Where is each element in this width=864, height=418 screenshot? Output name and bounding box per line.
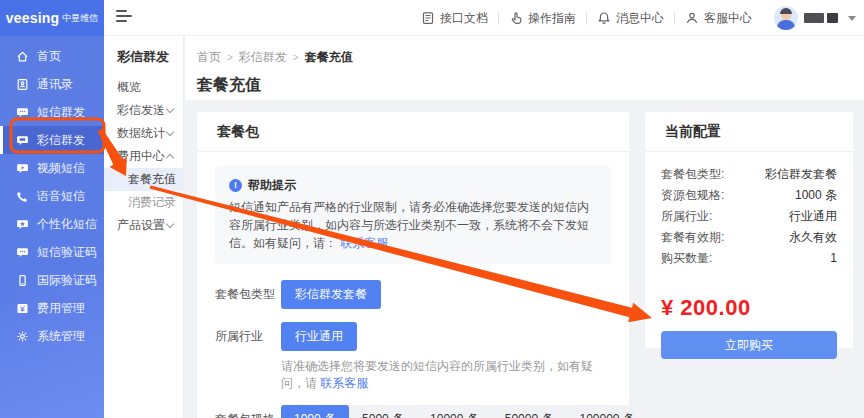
brand-logo[interactable]: veesing 中昱维信 bbox=[0, 0, 104, 36]
chevron-up-icon bbox=[166, 154, 174, 162]
brand-name: veesing bbox=[6, 10, 60, 26]
bell-icon bbox=[597, 11, 611, 25]
guide-label: 操作指南 bbox=[528, 10, 576, 27]
top-header: veesing 中昱维信 接口文档 操作指南 消息中心 客服中心 bbox=[0, 0, 864, 36]
secondary-sidebar-title: 彩信群发 bbox=[104, 36, 183, 76]
breadcrumb-home[interactable]: 首页 bbox=[197, 49, 221, 66]
package-form: 套餐包类型 彩信群发套餐 所属行业 行业通用 请准确选择您将要发送的短信内容的所… bbox=[197, 280, 629, 418]
config-row-validity: 套餐有效期:永久有效 bbox=[661, 227, 837, 248]
main-area: 首页 > 彩信群发 > 套餐充值 套餐充值 套餐包 ! 帮助提示 短信通知产品有… bbox=[185, 36, 864, 418]
submenu-item-data-stats[interactable]: 数据统计 bbox=[104, 122, 183, 145]
help-notice-text: 短信通知产品有严格的行业限制，请务必准确选择您要发送的短信内容所属行业类别，如内… bbox=[229, 198, 597, 252]
industry-label: 所属行业 bbox=[215, 322, 281, 351]
sms-bulk-icon bbox=[16, 106, 29, 119]
chevron-down-icon bbox=[166, 220, 174, 228]
sidebar-item-mms-bulk[interactable]: 彩信群发 bbox=[0, 126, 104, 154]
sidebar-item-contacts[interactable]: 通讯录 bbox=[0, 70, 104, 98]
sidebar-item-video-sms[interactable]: 视频短信 bbox=[0, 154, 104, 182]
secondary-sidebar: 彩信群发 概览 彩信发送 数据统计 费用中心 套餐充值 消费记录 产品设置 bbox=[104, 36, 184, 418]
sidebar-item-sms-code[interactable]: 短信验证码 bbox=[0, 238, 104, 266]
mms-bulk-icon bbox=[16, 134, 29, 147]
spec-option-100000[interactable]: 100000 条 bbox=[566, 405, 647, 418]
spec-option-50000[interactable]: 50000 条 bbox=[492, 405, 567, 418]
help-notice-title: 帮助提示 bbox=[248, 176, 296, 194]
config-row-industry: 所属行业:行业通用 bbox=[661, 206, 837, 227]
guide-hand-icon bbox=[509, 11, 523, 25]
user-avatar[interactable] bbox=[774, 6, 798, 30]
sms-code-icon bbox=[16, 246, 29, 259]
buy-now-button[interactable]: 立即购买 bbox=[661, 331, 837, 359]
brand-suffix: 中昱维信 bbox=[62, 12, 98, 25]
spec-label: 套餐包规格 bbox=[215, 405, 281, 418]
content-area: 套餐包 ! 帮助提示 短信通知产品有严格的行业限制，请务必准确选择您要发送的短信… bbox=[185, 100, 864, 418]
contact-support-link[interactable]: 联系客服 bbox=[320, 376, 368, 390]
message-center-button[interactable]: 消息中心 bbox=[587, 10, 674, 27]
submenu-item-overview[interactable]: 概览 bbox=[104, 76, 183, 99]
api-docs-button[interactable]: 接口文档 bbox=[411, 10, 498, 27]
config-row-type: 套餐包类型:彩信群发套餐 bbox=[661, 164, 837, 185]
sidebar-item-billing[interactable]: 费用管理 bbox=[0, 294, 104, 322]
submenu-item-consumption-records[interactable]: 消费记录 bbox=[104, 191, 183, 214]
package-type-label: 套餐包类型 bbox=[215, 280, 281, 309]
package-card-title: 套餐包 bbox=[197, 112, 629, 152]
page-title: 套餐充值 bbox=[197, 75, 848, 96]
spec-options: 1000 条 5000 条 10000 条 50000 条 100000 条 2… bbox=[281, 405, 648, 418]
spec-option-1000[interactable]: 1000 条 bbox=[281, 405, 349, 418]
spec-option-5000[interactable]: 5000 条 bbox=[349, 405, 417, 418]
personalized-sms-icon bbox=[16, 218, 29, 231]
app-window: veesing 中昱维信 接口文档 操作指南 消息中心 客服中心 bbox=[0, 0, 864, 418]
config-row-quantity: 购买数量:1 bbox=[661, 248, 837, 269]
submenu-item-cost-center[interactable]: 费用中心 bbox=[104, 145, 183, 168]
home-icon bbox=[16, 50, 29, 63]
info-icon: ! bbox=[229, 179, 242, 192]
submenu-item-product-settings[interactable]: 产品设置 bbox=[104, 214, 183, 237]
breadcrumb-mms[interactable]: 彩信群发 bbox=[239, 49, 287, 66]
submenu-item-package-recharge[interactable]: 套餐充值 bbox=[104, 168, 183, 191]
current-config-card: 当前配置 套餐包类型:彩信群发套餐 资源包规格:1000 条 所属行业:行业通用… bbox=[645, 112, 853, 348]
contacts-icon bbox=[16, 78, 29, 91]
breadcrumb: 首页 > 彩信群发 > 套餐充值 bbox=[197, 49, 848, 66]
industry-option[interactable]: 行业通用 bbox=[281, 322, 357, 351]
user-menu-caret-icon[interactable] bbox=[848, 16, 856, 21]
breadcrumb-separator: > bbox=[293, 52, 299, 63]
api-doc-icon bbox=[421, 11, 435, 25]
config-row-spec: 资源包规格:1000 条 bbox=[661, 185, 837, 206]
settings-icon bbox=[16, 330, 29, 343]
support-center-button[interactable]: 客服中心 bbox=[675, 10, 762, 27]
sidebar-item-home[interactable]: 首页 bbox=[0, 42, 104, 70]
package-type-option[interactable]: 彩信群发套餐 bbox=[281, 280, 381, 309]
billing-icon bbox=[16, 302, 29, 315]
config-card-title: 当前配置 bbox=[645, 112, 853, 152]
header-actions: 接口文档 操作指南 消息中心 客服中心 bbox=[411, 0, 856, 36]
total-price: ¥ 200.00 bbox=[661, 295, 837, 321]
guide-button[interactable]: 操作指南 bbox=[499, 10, 586, 27]
package-card: 套餐包 ! 帮助提示 短信通知产品有严格的行业限制，请务必准确选择您要发送的短信… bbox=[197, 112, 629, 418]
user-name-redacted bbox=[804, 13, 838, 23]
breadcrumb-separator: > bbox=[227, 52, 233, 63]
help-notice: ! 帮助提示 短信通知产品有严格的行业限制，请务必准确选择您要发送的短信内容所属… bbox=[215, 166, 611, 264]
sidebar-item-personalized-sms[interactable]: 个性化短信 bbox=[0, 210, 104, 238]
sidebar-item-intl-code[interactable]: 国际验证码 bbox=[0, 266, 104, 294]
intl-code-icon bbox=[16, 274, 29, 287]
api-docs-label: 接口文档 bbox=[440, 10, 488, 27]
message-center-label: 消息中心 bbox=[616, 10, 664, 27]
sidebar-item-settings[interactable]: 系统管理 bbox=[0, 322, 104, 350]
submenu-item-mms-send[interactable]: 彩信发送 bbox=[104, 99, 183, 122]
video-sms-icon bbox=[16, 162, 29, 175]
sidebar-item-sms-bulk[interactable]: 短信群发 bbox=[0, 98, 104, 126]
page-topbar: 首页 > 彩信群发 > 套餐充值 套餐充值 bbox=[185, 36, 864, 100]
breadcrumb-current: 套餐充值 bbox=[305, 49, 353, 66]
collapse-menu-icon[interactable] bbox=[116, 10, 134, 26]
voice-sms-icon bbox=[16, 190, 29, 203]
support-icon bbox=[685, 11, 699, 25]
industry-note: 请准确选择您将要发送的短信内容的所属行业类别，如有疑问，请 联系客服 bbox=[281, 358, 611, 392]
chevron-down-icon bbox=[166, 105, 174, 113]
support-center-label: 客服中心 bbox=[704, 10, 752, 27]
contact-support-link[interactable]: 联系客服 bbox=[340, 236, 388, 250]
primary-sidebar: 首页 通讯录 短信群发 彩信群发 视频短信 语音短信 个性化短信 短信验证码 bbox=[0, 36, 104, 418]
spec-option-10000[interactable]: 10000 条 bbox=[417, 405, 492, 418]
sidebar-item-voice-sms[interactable]: 语音短信 bbox=[0, 182, 104, 210]
chevron-down-icon bbox=[166, 128, 174, 136]
